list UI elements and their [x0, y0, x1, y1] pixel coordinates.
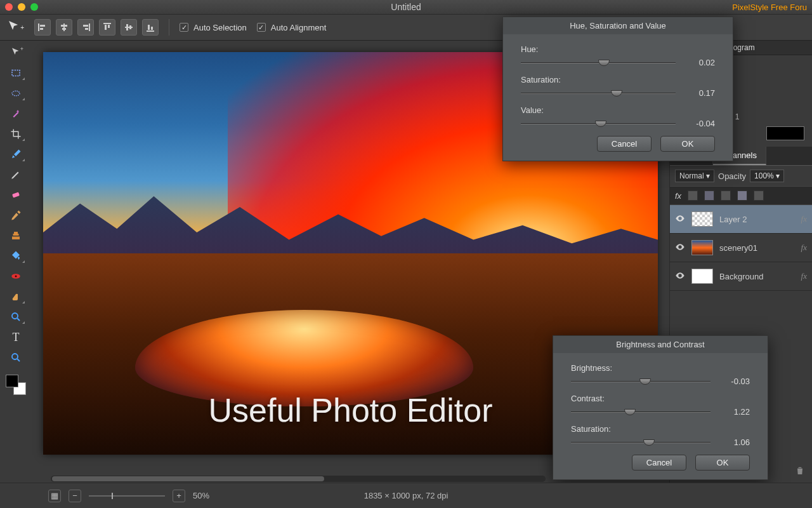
lasso-tool[interactable] [6, 85, 26, 102]
svg-rect-20 [12, 192, 20, 197]
visibility-toggle-icon[interactable] [675, 271, 685, 283]
horizontal-scrollbar[interactable] [51, 476, 546, 482]
window-controls [5, 3, 38, 11]
divider [169, 19, 169, 36]
sample-color-swatch[interactable] [766, 126, 804, 140]
bc-saturation-label: Saturation: [571, 424, 750, 434]
visibility-toggle-icon[interactable] [675, 242, 685, 254]
saturation-slider[interactable] [521, 91, 676, 96]
align-center-h-button[interactable] [56, 19, 72, 36]
bc-dialog-title: Brightness and Contrast [553, 336, 768, 353]
svg-rect-6 [89, 23, 90, 31]
pencil-tool[interactable] [6, 166, 26, 183]
align-center-v-button[interactable] [121, 19, 137, 36]
zoom-out-button[interactable]: − [69, 490, 81, 502]
text-tool[interactable]: T [6, 329, 26, 345]
value-label: Value: [521, 105, 715, 115]
window-title: Untitled [0, 2, 812, 12]
svg-rect-4 [61, 25, 67, 27]
layer-fx-indicator-icon[interactable]: fx [801, 271, 807, 281]
zoom-in-button[interactable]: + [173, 490, 185, 502]
auto-alignment-checkbox[interactable]: ✓Auto Alignment [257, 23, 326, 32]
brush-tool[interactable] [6, 146, 26, 163]
paint-bucket-tool[interactable] [6, 248, 26, 264]
fx-mode-button[interactable] [688, 190, 698, 201]
hsv-dialog: Hue, Saturation and Value Hue: 0.02 Satu… [502, 17, 733, 161]
align-bottom-button[interactable] [142, 19, 159, 36]
layer-item[interactable]: Layer 2 fx [670, 205, 812, 234]
close-window-button[interactable] [5, 3, 13, 11]
opacity-select[interactable]: 100% ▾ [750, 170, 784, 182]
fx-mode-button[interactable] [737, 190, 747, 201]
align-left-button[interactable] [34, 19, 51, 36]
layer-thumbnail [691, 240, 713, 255]
layer-thumbnail [691, 269, 713, 284]
layer-options-row: Normal ▾ Opacity 100% ▾ [670, 166, 812, 186]
rect-select-tool[interactable] [6, 65, 26, 81]
hand-tool[interactable] [6, 349, 26, 366]
hsv-ok-button[interactable]: OK [660, 136, 715, 152]
svg-rect-16 [148, 25, 150, 30]
bc-saturation-slider[interactable] [571, 440, 710, 445]
contrast-slider[interactable] [571, 410, 710, 415]
brightness-label: Brightness: [571, 363, 750, 373]
fx-mode-button[interactable] [754, 190, 764, 201]
hue-slider[interactable] [521, 60, 676, 65]
hsv-cancel-button[interactable]: Cancel [597, 136, 652, 152]
eraser-tool[interactable] [6, 187, 26, 203]
move-tool[interactable]: + [6, 44, 26, 61]
zoom-slider[interactable] [89, 495, 165, 497]
brightness-slider[interactable] [571, 379, 710, 384]
svg-rect-10 [105, 25, 107, 30]
svg-rect-13 [126, 24, 128, 30]
blend-mode-select[interactable]: Normal ▾ [675, 170, 714, 182]
smudge-tool[interactable] [6, 288, 26, 305]
fx-mode-button[interactable] [704, 190, 714, 201]
layer-fx-indicator-icon[interactable]: fx [801, 243, 807, 253]
delete-layer-button[interactable] [793, 464, 807, 478]
clone-stamp-tool[interactable] [6, 227, 26, 244]
align-top-button[interactable] [99, 19, 115, 36]
svg-point-24 [12, 354, 18, 359]
fx-icon[interactable]: fx [675, 191, 681, 201]
hue-value: 0.02 [686, 58, 715, 67]
zoom-readout: 50% [193, 491, 209, 500]
svg-rect-3 [63, 23, 65, 31]
value-slider[interactable] [521, 121, 676, 126]
svg-rect-14 [129, 25, 131, 29]
fx-mode-button[interactable] [721, 190, 731, 201]
color-swatches[interactable] [6, 375, 26, 395]
layer-thumbnail [691, 211, 713, 227]
auto-selection-checkbox[interactable]: ✓Auto Selection [180, 23, 247, 32]
svg-rect-15 [147, 30, 154, 32]
red-eye-tool[interactable] [6, 268, 26, 284]
svg-point-19 [12, 91, 20, 96]
auto-selection-label: Auto Selection [193, 23, 247, 32]
contrast-label: Contrast: [571, 394, 750, 403]
align-right-button[interactable] [77, 19, 94, 36]
crop-tool[interactable] [6, 126, 26, 142]
svg-rect-18 [12, 70, 20, 76]
visibility-toggle-icon[interactable] [675, 213, 685, 225]
brightness-contrast-dialog: Brightness and Contrast Brightness: -0.0… [553, 335, 768, 480]
layer-fx-indicator-icon[interactable]: fx [801, 214, 807, 224]
eyedropper-tool[interactable] [6, 207, 26, 224]
zoom-tool[interactable] [6, 309, 26, 325]
minimize-window-button[interactable] [18, 3, 25, 11]
brightness-value: -0.03 [721, 377, 750, 386]
opacity-label: Opacity [718, 171, 746, 181]
bc-ok-button[interactable]: OK [695, 455, 750, 471]
layer-item[interactable]: Background fx [670, 262, 812, 291]
value-value: -0.04 [686, 119, 715, 128]
bc-cancel-button[interactable]: Cancel [632, 455, 686, 471]
foreground-color-swatch[interactable] [6, 375, 18, 387]
magic-wand-tool[interactable] [6, 105, 26, 122]
svg-rect-17 [151, 27, 153, 30]
layer-fx-row: fx [670, 186, 812, 205]
brand-link[interactable]: PixelStyle Free Foru [732, 3, 807, 12]
zoom-window-button[interactable] [30, 3, 38, 11]
svg-rect-0 [38, 23, 39, 31]
layer-item[interactable]: scenery01 fx [670, 234, 812, 262]
svg-rect-9 [103, 23, 111, 24]
grid-view-button[interactable]: ▦ [48, 490, 61, 502]
